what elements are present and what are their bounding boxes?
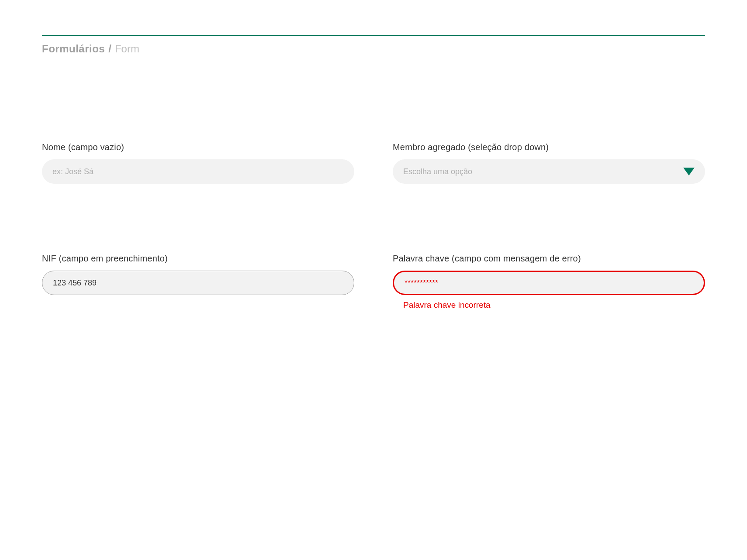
nif-label: NIF (campo em preenchimento) [42,254,354,264]
membro-select[interactable]: Escolha uma opção [393,159,705,184]
membro-label: Membro agregado (seleção drop down) [393,142,705,152]
field-palavra: Palavra chave (campo com mensagem de err… [393,254,705,310]
field-nif: NIF (campo em preenchimento) [42,254,354,310]
membro-select-display[interactable]: Escolha uma opção [393,159,705,184]
palavra-label: Palavra chave (campo com mensagem de err… [393,254,705,264]
title-slash: / [108,43,111,55]
title-sub: Form [115,43,139,55]
top-divider [42,35,705,36]
field-membro: Membro agregado (seleção drop down) Esco… [393,142,705,184]
field-nome: Nome (campo vazio) [42,142,354,184]
palavra-error-msg: Palavra chave incorreta [403,300,705,310]
title-main: Formulários [42,43,105,55]
nif-input[interactable] [42,271,354,295]
breadcrumb: Formulários / Form [42,43,705,55]
palavra-input[interactable] [393,271,705,295]
nome-label: Nome (campo vazio) [42,142,354,152]
nome-input[interactable] [42,159,354,184]
